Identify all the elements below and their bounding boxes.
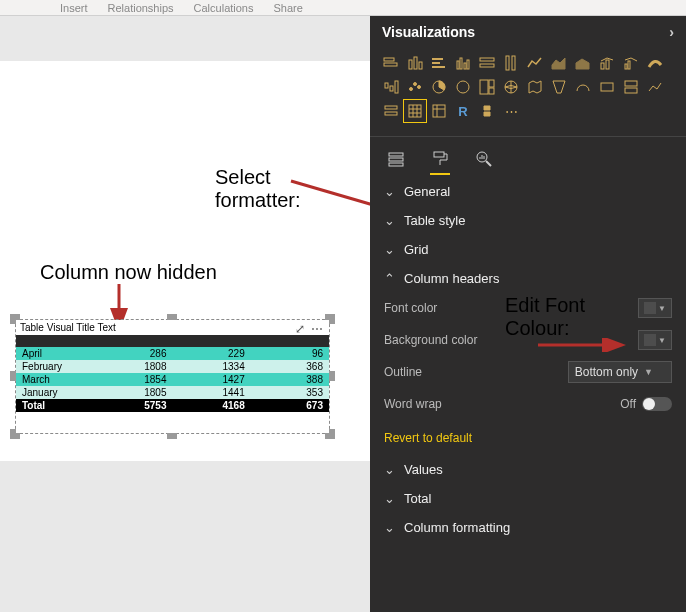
visualizations-title: Visualizations bbox=[382, 24, 475, 40]
multi-row-card-icon[interactable] bbox=[620, 76, 642, 98]
stacked-area-chart-icon[interactable] bbox=[572, 52, 594, 74]
fields-tab[interactable] bbox=[384, 147, 408, 171]
row-outline: Outline Bottom only▼ bbox=[370, 357, 686, 389]
ribbon-chart-icon[interactable] bbox=[644, 52, 666, 74]
svg-rect-40 bbox=[625, 88, 637, 93]
svg-point-27 bbox=[410, 88, 413, 91]
gauge-icon[interactable] bbox=[572, 76, 594, 98]
ribbon-tab-share[interactable]: Share bbox=[273, 2, 302, 14]
font-color-picker[interactable]: ▼ bbox=[638, 298, 672, 318]
r-visual-icon[interactable]: R bbox=[452, 100, 474, 122]
outline-label: Outline bbox=[384, 365, 422, 379]
waterfall-chart-icon[interactable] bbox=[380, 76, 402, 98]
collapse-pane-icon[interactable]: › bbox=[669, 24, 674, 40]
svg-rect-26 bbox=[395, 81, 398, 93]
table-visual[interactable]: ⤢ ⋯ Table Visual Title Text April2862299… bbox=[16, 320, 329, 433]
scatter-chart-icon[interactable] bbox=[404, 76, 426, 98]
stacked-column-chart-icon[interactable] bbox=[404, 52, 426, 74]
svg-rect-17 bbox=[512, 56, 515, 70]
map-icon[interactable] bbox=[500, 76, 522, 98]
filled-map-icon[interactable] bbox=[524, 76, 546, 98]
visualization-type-gallery: R ⋯ bbox=[370, 48, 686, 128]
svg-marker-37 bbox=[553, 81, 565, 93]
word-wrap-toggle[interactable]: Off bbox=[620, 397, 672, 411]
revert-to-default-link[interactable]: Revert to default bbox=[370, 421, 686, 455]
area-chart-icon[interactable] bbox=[548, 52, 570, 74]
paint-roller-icon bbox=[431, 150, 449, 168]
matrix-icon[interactable] bbox=[428, 100, 450, 122]
section-general[interactable]: ⌄General bbox=[370, 177, 686, 206]
word-wrap-label: Word wrap bbox=[384, 397, 442, 411]
format-tab[interactable] bbox=[428, 147, 452, 171]
svg-rect-39 bbox=[625, 81, 637, 86]
svg-rect-42 bbox=[385, 112, 397, 115]
report-canvas-area: Select formatter: Column now hidden ⤢ ⋯ bbox=[0, 16, 370, 612]
toggle-track-icon bbox=[642, 397, 672, 411]
hundred-stacked-column-icon[interactable] bbox=[500, 52, 522, 74]
svg-rect-12 bbox=[464, 63, 466, 69]
ribbon-tab-insert[interactable]: Insert bbox=[60, 2, 88, 14]
ribbon-tab-calculations[interactable]: Calculations bbox=[194, 2, 254, 14]
section-total[interactable]: ⌄Total bbox=[370, 484, 686, 513]
color-swatch-icon bbox=[644, 302, 656, 314]
stacked-bar-chart-icon[interactable] bbox=[380, 52, 402, 74]
font-color-label: Font color bbox=[384, 301, 437, 315]
import-custom-visual-icon[interactable]: ⋯ bbox=[500, 100, 522, 122]
section-column-formatting[interactable]: ⌄Column formatting bbox=[370, 513, 686, 542]
table-row: March18541427388 bbox=[16, 373, 329, 386]
section-grid[interactable]: ⌄Grid bbox=[370, 235, 686, 264]
more-options-icon[interactable]: ⋯ bbox=[311, 322, 323, 336]
card-icon[interactable] bbox=[596, 76, 618, 98]
table-visual-icon[interactable] bbox=[404, 100, 426, 122]
line-chart-icon[interactable] bbox=[524, 52, 546, 74]
table-row: April28622996 bbox=[16, 347, 329, 360]
svg-point-28 bbox=[414, 83, 417, 86]
section-table-style[interactable]: ⌄Table style bbox=[370, 206, 686, 235]
donut-chart-icon[interactable] bbox=[452, 76, 474, 98]
visualizations-pane-header[interactable]: Visualizations › bbox=[370, 16, 686, 48]
treemap-icon[interactable] bbox=[476, 76, 498, 98]
line-stacked-column-icon[interactable] bbox=[596, 52, 618, 74]
section-column-headers[interactable]: ⌃Column headers bbox=[370, 264, 686, 293]
svg-rect-33 bbox=[480, 80, 488, 94]
kpi-icon[interactable] bbox=[644, 76, 666, 98]
svg-rect-2 bbox=[384, 58, 394, 61]
svg-rect-25 bbox=[390, 86, 393, 91]
chevron-down-icon: ⌄ bbox=[384, 491, 396, 506]
svg-rect-24 bbox=[385, 83, 388, 88]
svg-rect-54 bbox=[434, 152, 444, 157]
annotation-column-hidden: Column now hidden bbox=[40, 261, 217, 284]
annotation-select-formatter: Select formatter: bbox=[215, 166, 301, 212]
svg-rect-23 bbox=[628, 61, 630, 69]
color-swatch-icon bbox=[644, 334, 656, 346]
ribbon-tab-relationships[interactable]: Relationships bbox=[108, 2, 174, 14]
svg-rect-6 bbox=[419, 62, 422, 69]
focus-mode-icon[interactable]: ⤢ bbox=[295, 322, 305, 336]
clustered-column-chart-icon[interactable] bbox=[452, 52, 474, 74]
funnel-chart-icon[interactable] bbox=[548, 76, 570, 98]
slicer-icon[interactable] bbox=[380, 100, 402, 122]
row-word-wrap: Word wrap Off bbox=[370, 389, 686, 421]
svg-rect-13 bbox=[467, 60, 469, 69]
magnifier-chart-icon bbox=[475, 150, 493, 168]
line-clustered-column-icon[interactable] bbox=[620, 52, 642, 74]
background-color-picker[interactable]: ▼ bbox=[638, 330, 672, 350]
clustered-bar-chart-icon[interactable] bbox=[428, 52, 450, 74]
analytics-tab[interactable] bbox=[472, 147, 496, 171]
svg-rect-15 bbox=[480, 64, 494, 67]
svg-rect-38 bbox=[601, 83, 613, 91]
table-total-row: Total 5753 4168 673 bbox=[16, 399, 329, 412]
visualizations-pane: Visualizations › bbox=[370, 16, 686, 612]
table-visual-grid: April28622996February18081334368March185… bbox=[16, 335, 329, 412]
table-visual-container[interactable]: ⤢ ⋯ Table Visual Title Text April2862299… bbox=[10, 314, 335, 439]
svg-point-29 bbox=[418, 86, 421, 89]
python-visual-icon[interactable] bbox=[476, 100, 498, 122]
svg-rect-34 bbox=[489, 80, 494, 87]
pie-chart-icon[interactable] bbox=[428, 76, 450, 98]
outline-dropdown[interactable]: Bottom only▼ bbox=[568, 361, 672, 383]
svg-rect-52 bbox=[389, 158, 403, 161]
background-color-label: Background color bbox=[384, 333, 477, 347]
svg-rect-35 bbox=[489, 88, 494, 94]
section-values[interactable]: ⌄Values bbox=[370, 455, 686, 484]
hundred-stacked-bar-icon[interactable] bbox=[476, 52, 498, 74]
